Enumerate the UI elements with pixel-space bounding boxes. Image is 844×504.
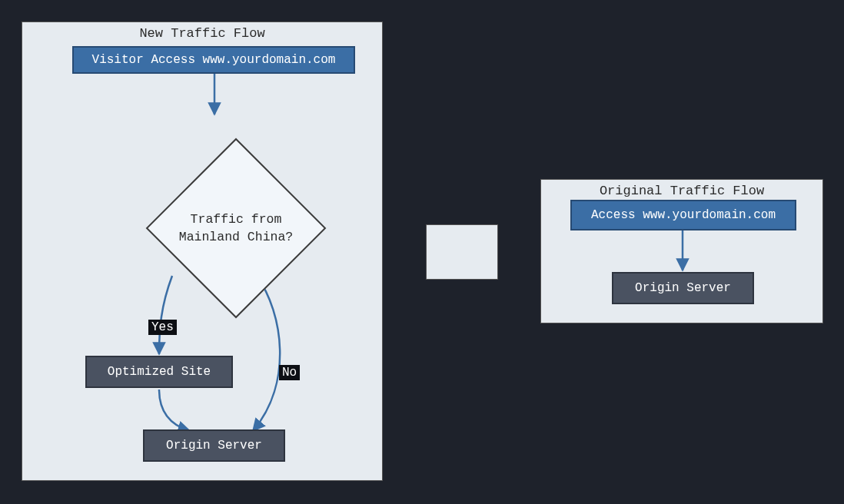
panel-center-blank: [426, 224, 498, 280]
origin-server-box-right: Origin Server: [612, 272, 754, 304]
visitor-access-text: Visitor Access www.yourdomain.com: [92, 53, 336, 67]
panel-original-traffic-flow: Original Traffic Flow Access www.yourdom…: [540, 179, 823, 323]
access-box: Access www.yourdomain.com: [570, 200, 796, 230]
diagram-canvas: New Traffic Flow Visitor Access www.your…: [0, 0, 844, 504]
optimized-site-text: Optimized Site: [108, 365, 211, 379]
optimized-site-box: Optimized Site: [85, 356, 233, 388]
decision-text: Traffic from Mainland China?: [145, 138, 327, 319]
origin-server-text-right: Origin Server: [635, 281, 731, 295]
edge-label-yes: Yes: [148, 320, 177, 335]
visitor-access-box: Visitor Access www.yourdomain.com: [72, 46, 355, 74]
edge-label-no: No: [279, 365, 300, 380]
access-text: Access www.yourdomain.com: [591, 208, 776, 222]
decision-diamond: Traffic from Mainland China?: [145, 138, 327, 319]
origin-server-box-left: Origin Server: [143, 429, 285, 462]
panel-new-traffic-flow: New Traffic Flow Visitor Access www.your…: [22, 22, 383, 481]
origin-server-text-left: Origin Server: [166, 439, 262, 453]
